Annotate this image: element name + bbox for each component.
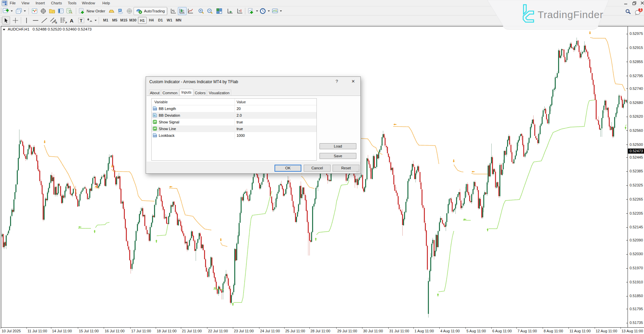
svg-text:TradingFinder: TradingFinder: [538, 9, 603, 20]
svg-text:F: F: [65, 21, 67, 24]
svg-text:123: 123: [153, 134, 157, 137]
svg-text:1: 1: [640, 8, 642, 12]
svg-text:T: T: [80, 18, 83, 23]
svg-text:½: ½: [153, 114, 155, 117]
svg-text:123: 123: [153, 108, 157, 110]
svg-text:E: E: [55, 21, 57, 24]
